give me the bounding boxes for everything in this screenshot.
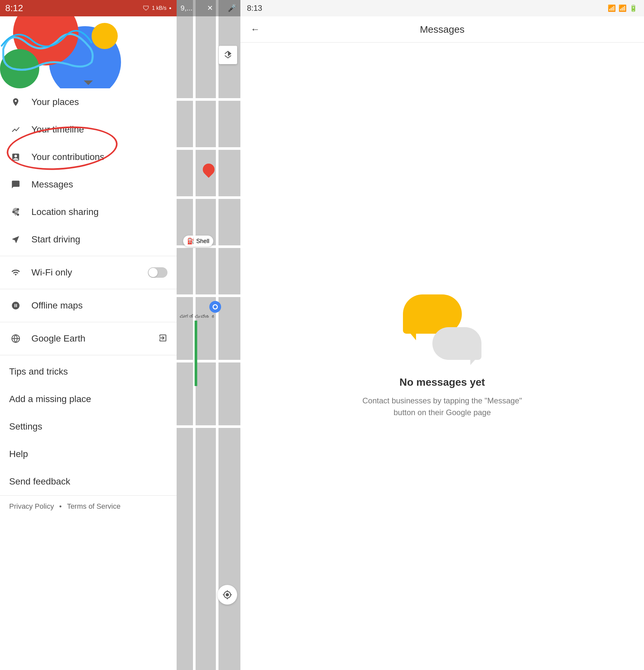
menu-label-your-places: Your places <box>31 97 79 107</box>
shield-icon: 🛡 <box>143 4 149 12</box>
bubble-gray <box>432 327 481 360</box>
map-status-x[interactable]: ✕ <box>207 4 213 12</box>
dropdown-arrow-icon[interactable] <box>84 80 93 85</box>
dot-indicator: • <box>169 4 171 12</box>
menu-label-messages: Messages <box>31 179 73 190</box>
menu-item-your-contributions[interactable]: Your contributions <box>0 143 177 171</box>
divider-3 <box>0 322 177 322</box>
status-bar-right: 8:13 📶 📶 🔋 <box>240 0 644 16</box>
menu-item-offline-maps[interactable]: Offline maps <box>0 292 177 319</box>
map-location-dot <box>209 301 221 313</box>
contributions-icon <box>9 150 22 164</box>
menu-item-help[interactable]: Help <box>0 440 177 468</box>
scribble-overlay <box>0 23 98 75</box>
route-line <box>194 321 197 386</box>
menu-list: Your places Your timeline Your contribut… <box>0 88 177 670</box>
divider-4 <box>0 355 177 355</box>
menu-label-your-timeline: Your timeline <box>31 124 84 135</box>
road-v-2 <box>216 0 218 670</box>
divider-1 <box>0 256 177 256</box>
road-h-2 <box>177 147 240 150</box>
menu-label-start-driving: Start driving <box>31 234 80 245</box>
privacy-policy-link[interactable]: Privacy Policy <box>9 502 54 511</box>
battery-label: 1 kB/s <box>152 5 166 11</box>
wifi-toggle[interactable] <box>148 267 167 278</box>
map-pin-red <box>201 161 217 178</box>
menu-item-settings[interactable]: Settings <box>0 413 177 440</box>
messages-content: No messages yet Contact businesses by ta… <box>240 42 644 670</box>
google-logo-bg <box>0 16 177 88</box>
battery-status-icon: 🔋 <box>629 4 638 12</box>
menu-label-wifi-only: Wi-Fi only <box>31 267 72 278</box>
map-tiles: ⛽ Shell ಮಾಗಡಿ ಮುಖ್ಯ ರ <box>177 0 240 670</box>
terms-of-service-link[interactable]: Terms of Service <box>67 502 121 511</box>
status-icons-left: 🛡 1 kB/s • <box>143 4 171 12</box>
status-bar-map: 9,... ✕ 🎤 <box>177 0 240 16</box>
road-h-5 <box>177 294 240 297</box>
status-time-left: 8:12 <box>5 3 23 13</box>
menu-footer: Privacy Policy • Terms of Service <box>0 495 177 517</box>
wifi-icon <box>9 266 22 279</box>
back-arrow-icon: ← <box>251 24 260 35</box>
road-h-3 <box>177 196 240 199</box>
signal-status-icon: 📶 <box>618 4 627 12</box>
timeline-icon <box>9 123 22 136</box>
map-status-mic[interactable]: 🎤 <box>228 4 237 12</box>
offline-maps-icon <box>9 299 22 312</box>
map-layers-button[interactable] <box>219 46 237 64</box>
menu-item-tips-tricks[interactable]: Tips and tricks <box>0 358 177 385</box>
menu-item-add-missing-place[interactable]: Add a missing place <box>0 385 177 413</box>
messages-header: ← Messages <box>240 16 644 42</box>
google-earth-icon <box>9 332 22 345</box>
messages-title: Messages <box>263 24 621 35</box>
footer-separator: • <box>59 502 62 511</box>
my-location-button[interactable] <box>217 585 237 605</box>
location-pin-icon <box>9 95 22 109</box>
divider-2 <box>0 289 177 289</box>
external-link-icon <box>158 333 167 344</box>
status-time-map: 9,... <box>180 4 193 12</box>
menu-item-your-places[interactable]: Your places <box>0 88 177 116</box>
menu-item-messages[interactable]: Messages <box>0 171 177 198</box>
messages-icon <box>9 178 22 191</box>
road-h-7 <box>177 425 240 428</box>
road-h-6 <box>177 360 240 362</box>
no-messages-subtitle: Contact businesses by tapping the "Messa… <box>360 395 524 418</box>
road-h-1 <box>177 98 240 101</box>
menu-item-location-sharing[interactable]: Location sharing <box>0 198 177 226</box>
toggle-knob <box>148 268 158 277</box>
right-panel: 8:13 📶 📶 🔋 ← Messages No messages yet Co… <box>240 0 644 670</box>
menu-label-offline-maps: Offline maps <box>31 300 83 311</box>
back-button[interactable]: ← <box>247 21 263 38</box>
navigation-icon <box>9 233 22 246</box>
menu-label-google-earth: Google Earth <box>31 333 85 344</box>
status-bar-left: 8:12 🛡 1 kB/s • <box>0 0 177 16</box>
menu-item-wifi-only[interactable]: Wi-Fi only <box>0 259 177 286</box>
menu-item-your-timeline[interactable]: Your timeline <box>0 116 177 143</box>
location-sharing-icon <box>9 205 22 218</box>
wifi-status-icon: 📶 <box>608 4 616 12</box>
no-messages-title: No messages yet <box>399 376 485 388</box>
chat-bubbles-illustration <box>403 294 481 360</box>
street-text: ಮಾಗಡಿ ಮುಖ್ಯ ರ <box>180 314 216 319</box>
shell-label: ⛽ Shell <box>183 236 213 247</box>
menu-item-google-earth[interactable]: Google Earth <box>0 325 177 352</box>
status-time-right: 8:13 <box>247 4 262 13</box>
menu-item-start-driving[interactable]: Start driving <box>0 226 177 253</box>
left-panel: 8:12 🛡 1 kB/s • Yo <box>0 0 177 670</box>
menu-item-send-feedback[interactable]: Send feedback <box>0 468 177 495</box>
menu-label-location-sharing: Location sharing <box>31 207 98 217</box>
map-panel: 9,... ✕ 🎤 ⛽ Shell ಮಾಗಡಿ ಮುಖ್ಯ ರ <box>177 0 240 670</box>
dropdown-arrow-container[interactable] <box>84 80 93 85</box>
status-icons-right: 📶 📶 🔋 <box>608 4 638 12</box>
menu-label-your-contributions: Your contributions <box>31 152 104 162</box>
google-header <box>0 16 177 88</box>
